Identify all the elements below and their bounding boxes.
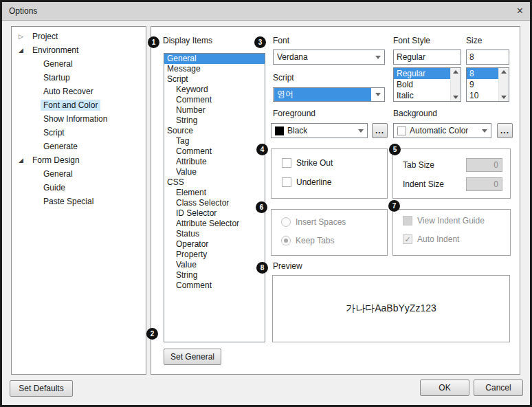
keep-tabs-row: Keep Tabs — [281, 236, 335, 245]
tree-item[interactable]: Font and Color — [12, 98, 146, 112]
font-style-item[interactable]: Bold — [394, 79, 450, 90]
tree-item[interactable]: Guide — [12, 181, 146, 195]
tree-item[interactable]: General — [12, 57, 146, 71]
display-item[interactable]: General — [164, 54, 265, 64]
font-size-item[interactable]: 10 — [467, 90, 498, 101]
display-item[interactable]: Attribute — [164, 157, 265, 167]
tree-item[interactable]: Generate — [12, 140, 146, 153]
auto-indent-checkbox — [403, 234, 412, 244]
preview-label: Preview — [273, 261, 302, 271]
font-size-item-label: 8 — [469, 69, 474, 78]
display-item[interactable]: Message — [164, 64, 265, 74]
scrollbar[interactable] — [450, 68, 461, 101]
cancel-button[interactable]: Cancel — [474, 380, 523, 396]
font-size-item[interactable]: 9 — [467, 79, 498, 90]
background-color-swatch — [397, 126, 406, 135]
font-style-input[interactable] — [393, 50, 461, 65]
tree-item-label: General — [41, 168, 76, 179]
tree-item-label: Auto Recover — [41, 86, 96, 97]
display-item-label: Class Selector — [176, 198, 229, 208]
display-item[interactable]: Status — [164, 229, 265, 239]
display-item-label: Attribute — [176, 157, 207, 166]
font-style-item[interactable]: Regular — [394, 68, 450, 79]
set-general-button[interactable]: Set General — [164, 349, 221, 365]
tree-item-label: Generate — [41, 141, 80, 152]
tree-expander-icon[interactable] — [19, 33, 30, 40]
background-label: Background — [393, 109, 437, 118]
scroll-up-icon[interactable] — [453, 70, 458, 74]
foreground-label: Foreground — [273, 109, 315, 118]
tree-expander-icon[interactable] — [19, 157, 30, 164]
close-icon[interactable]: × — [517, 6, 523, 16]
scrollbar[interactable] — [498, 68, 509, 101]
font-family-combobox[interactable]: Verdana — [273, 50, 385, 65]
display-item[interactable]: Script — [164, 74, 265, 85]
tree-item[interactable]: General — [12, 167, 146, 181]
size-label: Size — [466, 36, 482, 45]
insert-spaces-row: Insert Spaces — [281, 217, 346, 227]
display-item-label: Message — [167, 64, 201, 74]
tree-item[interactable]: Paste Special — [12, 195, 146, 208]
chevron-down-icon — [358, 129, 364, 133]
background-more-button[interactable]: ... — [497, 123, 513, 138]
display-item[interactable]: String — [164, 270, 265, 280]
display-item[interactable]: Comment — [164, 280, 265, 291]
display-item-label: Value — [176, 260, 197, 270]
tree-expander-icon[interactable] — [19, 47, 30, 54]
display-item[interactable]: Class Selector — [164, 198, 265, 208]
script-label: Script — [273, 73, 294, 82]
display-item[interactable]: Value — [164, 260, 265, 270]
display-item[interactable]: Keyword — [164, 85, 265, 95]
set-defaults-button[interactable]: Set Defaults — [10, 380, 73, 397]
scroll-down-icon[interactable] — [453, 96, 458, 99]
chevron-down-icon — [482, 129, 487, 133]
font-style-item-label: Bold — [397, 80, 413, 89]
tree-item[interactable]: Auto Recover — [12, 85, 146, 98]
font-size-input[interactable] — [466, 50, 509, 65]
tree-item-label: Environment — [30, 45, 81, 56]
script-combobox[interactable]: 영어 — [273, 87, 385, 102]
display-item[interactable]: Comment — [164, 95, 265, 105]
display-item-label: Status — [176, 229, 199, 239]
font-size-item-label: 10 — [469, 91, 478, 100]
underline-checkbox[interactable] — [282, 177, 291, 187]
auto-indent-row: Auto Indent — [403, 234, 459, 244]
display-item[interactable]: Value — [164, 167, 265, 177]
display-item[interactable]: Element — [164, 188, 265, 198]
titlebar[interactable]: Options × — [2, 2, 530, 21]
background-color-combobox[interactable]: Automatic Color — [393, 123, 491, 138]
font-style-item[interactable]: Italic — [394, 90, 450, 101]
strike-out-row[interactable]: Strike Out — [282, 158, 333, 168]
strike-out-checkbox[interactable] — [282, 158, 291, 168]
foreground-color-combobox[interactable]: Black — [271, 123, 368, 138]
underline-row[interactable]: Underline — [282, 177, 331, 187]
display-item[interactable]: Property — [164, 250, 265, 260]
tree-item[interactable]: Form Design — [12, 153, 146, 167]
tree-item[interactable]: Startup — [12, 71, 146, 85]
text-effects-group: Strike Out Underline — [271, 148, 388, 199]
display-item-label: Value — [176, 167, 197, 177]
settings-tree: Project Environment General Startup Auto… — [11, 26, 146, 375]
tree-item[interactable]: Project — [12, 30, 146, 43]
display-item[interactable]: Tag — [164, 136, 265, 146]
display-item[interactable]: Comment — [164, 146, 265, 157]
tree-item[interactable]: Show Information — [12, 112, 146, 126]
display-item[interactable]: Attribute Selector — [164, 219, 265, 229]
chevron-down-icon — [375, 93, 381, 96]
indent-size-label: Indent Size — [403, 179, 444, 189]
display-item-label: General — [167, 54, 197, 63]
ok-button[interactable]: OK — [420, 380, 469, 396]
tree-item[interactable]: Environment — [12, 43, 146, 57]
display-item[interactable]: Number — [164, 105, 265, 116]
display-item[interactable]: ID Selector — [164, 208, 265, 219]
preview-text: 가나다AaBbYyZz123 — [346, 302, 436, 315]
display-item[interactable]: Source — [164, 126, 265, 136]
tree-item[interactable]: Script — [12, 126, 146, 140]
scroll-down-icon[interactable] — [501, 96, 507, 99]
display-item[interactable]: String — [164, 116, 265, 126]
scroll-up-icon[interactable] — [501, 70, 507, 74]
foreground-more-button[interactable]: ... — [372, 123, 388, 138]
display-item[interactable]: Operator — [164, 239, 265, 250]
display-item[interactable]: CSS — [164, 177, 265, 188]
font-size-item[interactable]: 8 — [467, 68, 498, 79]
